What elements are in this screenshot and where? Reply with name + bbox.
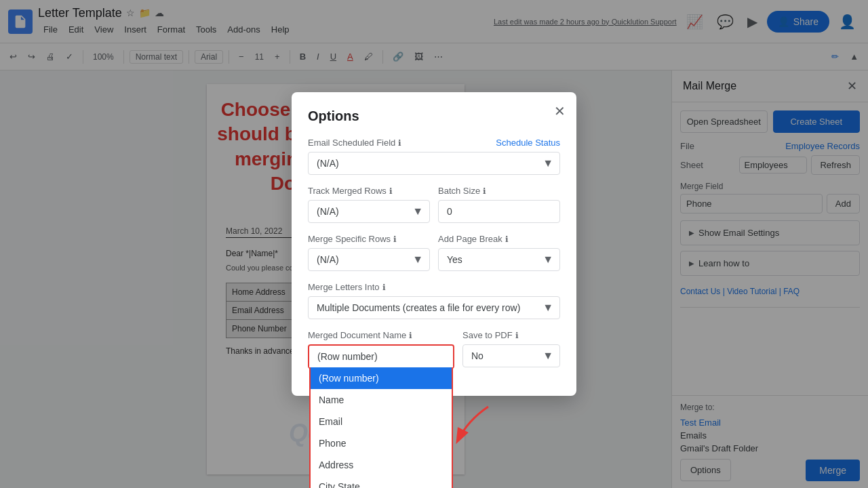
batch-size-field: Batch Size ℹ bbox=[438, 186, 560, 223]
merged-doc-name-label: Merged Document Name ℹ bbox=[308, 330, 454, 340]
modal-close-button[interactable]: ✕ bbox=[554, 103, 566, 119]
track-merged-info-icon: ℹ bbox=[389, 186, 393, 196]
dropdown-item-phone[interactable]: Phone bbox=[311, 432, 452, 454]
dropdown-item-address[interactable]: Address bbox=[311, 454, 452, 476]
batch-size-info-icon: ℹ bbox=[483, 186, 486, 196]
schedule-status-link[interactable]: Schedule Status bbox=[496, 138, 560, 148]
merge-into-field: Merge Letters Into ℹ Multiple Documents … bbox=[308, 282, 560, 319]
merge-into-info-icon: ℹ bbox=[382, 283, 386, 292]
merge-specific-label: Merge Specific Rows ℹ bbox=[308, 234, 430, 244]
merged-doc-name-field: Merged Document Name ℹ (Row number) (Row… bbox=[308, 330, 454, 369]
save-to-pdf-info-icon: ℹ bbox=[515, 331, 519, 340]
track-merged-field: Track Merged Rows ℹ (N/A) ▼ bbox=[308, 186, 430, 223]
merge-into-select[interactable]: Multiple Documents (creates a file for e… bbox=[308, 296, 560, 319]
dropdown-item-email[interactable]: Email bbox=[311, 411, 452, 432]
save-to-pdf-label: Save to PDF ℹ bbox=[462, 330, 560, 340]
merge-into-label: Merge Letters Into ℹ bbox=[308, 282, 560, 292]
dropdown-list: (Row number) Name Email Phone Address Ci… bbox=[309, 367, 453, 488]
email-scheduled-field: Email Scheduled Field ℹ Schedule Status … bbox=[308, 138, 560, 175]
add-page-break-label: Add Page Break ℹ bbox=[438, 234, 560, 244]
merge-specific-select[interactable]: (N/A) bbox=[308, 248, 430, 271]
dropdown-item-row-number[interactable]: (Row number) bbox=[311, 367, 452, 389]
track-merged-select[interactable]: (N/A) bbox=[308, 200, 430, 223]
merged-doc-row: Merged Document Name ℹ (Row number) (Row… bbox=[308, 330, 560, 380]
dropdown-item-name[interactable]: Name bbox=[311, 389, 452, 411]
dropdown-item-city-state[interactable]: City State bbox=[311, 476, 452, 488]
modal-overlay[interactable]: Options ✕ Email Scheduled Field ℹ Schedu… bbox=[0, 0, 868, 488]
track-batch-row: Track Merged Rows ℹ (N/A) ▼ Batch Size ℹ bbox=[308, 186, 560, 234]
merged-doc-name-dropdown: (Row number) (Row number) Name Email Pho… bbox=[308, 344, 454, 369]
add-page-break-select[interactable]: Yes bbox=[438, 248, 560, 271]
email-scheduled-label: Email Scheduled Field ℹ Schedule Status bbox=[308, 138, 560, 148]
merge-specific-row: Merge Specific Rows ℹ (N/A) ▼ Add Page B… bbox=[308, 234, 560, 282]
options-modal: Options ✕ Email Scheduled Field ℹ Schedu… bbox=[292, 92, 576, 396]
email-scheduled-select[interactable]: (N/A) bbox=[308, 152, 560, 175]
batch-size-label: Batch Size ℹ bbox=[438, 186, 560, 196]
add-page-break-info-icon: ℹ bbox=[505, 235, 509, 244]
merged-doc-name-select[interactable]: (Row number) bbox=[309, 346, 453, 367]
save-to-pdf-field: Save to PDF ℹ No ▼ bbox=[462, 330, 560, 369]
merged-doc-name-info-icon: ℹ bbox=[409, 331, 412, 340]
merge-specific-info-icon: ℹ bbox=[393, 235, 397, 244]
email-scheduled-info-icon: ℹ bbox=[398, 138, 401, 148]
modal-title: Options bbox=[308, 108, 560, 124]
batch-size-input[interactable] bbox=[438, 200, 560, 223]
track-merged-label: Track Merged Rows ℹ bbox=[308, 186, 430, 196]
merge-specific-field: Merge Specific Rows ℹ (N/A) ▼ bbox=[308, 234, 430, 271]
save-to-pdf-select[interactable]: No bbox=[462, 344, 560, 367]
add-page-break-field: Add Page Break ℹ Yes ▼ bbox=[438, 234, 560, 271]
